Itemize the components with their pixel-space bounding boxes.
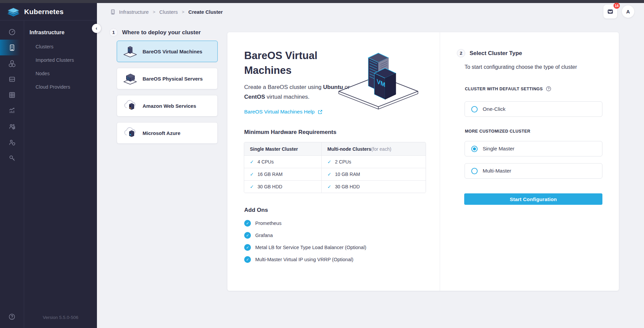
cluster-type-option-one-click[interactable]: One-Click <box>465 101 602 117</box>
sidebar-menu: Infrastructure Clusters Imported Cluster… <box>24 21 97 328</box>
check-icon: ✓ <box>250 159 254 165</box>
rail-monitoring[interactable] <box>0 103 24 119</box>
deploy-card-aws[interactable]: Amazon Web Services <box>117 95 218 116</box>
kubernetes-logo-icon <box>7 6 20 17</box>
rail-apps[interactable] <box>0 87 24 103</box>
chart-icon <box>8 107 16 115</box>
cubes-icon <box>8 59 16 67</box>
breadcrumb-separator: > <box>153 9 155 14</box>
breadcrumb-infrastructure[interactable]: Infrastructure <box>119 9 149 15</box>
brand[interactable]: Kubernetes <box>0 3 97 20</box>
step1-title: Where to deploy your cluster <box>122 29 201 36</box>
rail-keys[interactable] <box>0 150 24 166</box>
rail-dashboard[interactable] <box>0 24 24 40</box>
addon-checkbox[interactable]: ✓ <box>244 232 251 239</box>
addon-label: Metal LB for Service Type Load Balancer … <box>255 245 366 250</box>
radio-single-master[interactable] <box>471 146 478 152</box>
cluster-type-panel: 2 Select Cluster Type To start configura… <box>440 32 619 291</box>
step2-subtitle: To start configurating choose the type o… <box>465 63 577 71</box>
table-row: ✓16 GB RAM ✓10 GB RAM <box>244 168 426 180</box>
user-shield-icon <box>8 138 16 146</box>
sidebar-item-cloud-providers[interactable]: Cloud Providers <box>24 80 97 94</box>
brand-name: Kubernetes <box>24 8 64 16</box>
addon-checkbox[interactable]: ✓ <box>244 244 251 251</box>
rail-storage[interactable] <box>0 71 24 87</box>
menu-title: Infrastructure <box>24 30 97 36</box>
notifications-badge: 14 <box>613 3 620 9</box>
detail-title-line2: Machines <box>244 64 291 76</box>
step1-header: 1 Where to deploy your cluster <box>109 28 201 37</box>
table-header-single-master: Single Master Cluster <box>244 142 321 155</box>
buildings-icon <box>8 44 16 52</box>
addons-list: ✓ Prometheus ✓ Grafana ✓ Metal LB for Se… <box>244 220 366 263</box>
notifications-button[interactable]: 14 <box>603 5 617 18</box>
buildings-icon <box>110 9 116 15</box>
cluster-type-option-single-master[interactable]: Single Master <box>465 141 602 156</box>
deploy-card-azure[interactable]: Microsoft Azure <box>117 122 218 144</box>
external-link-icon <box>318 109 323 114</box>
provider-help-link-text: BareOS Virtual Machines Help <box>244 109 315 115</box>
radio-multi-master[interactable] <box>471 168 478 174</box>
step2-header: 2 Select Cluster Type <box>457 49 522 57</box>
check-icon: ✓ <box>327 159 331 165</box>
icon-rail <box>0 21 24 328</box>
addon-grafana: ✓ Grafana <box>244 232 366 239</box>
check-icon: ✓ <box>327 172 331 177</box>
sidebar-item-imported-clusters[interactable]: Imported Clusters <box>24 53 97 67</box>
addon-metal-lb: ✓ Metal LB for Service Type Load Balance… <box>244 244 366 251</box>
addon-label: Prometheus <box>255 221 281 226</box>
deploy-card-bareos-vm[interactable]: BareOS Virtual Machines <box>117 41 218 62</box>
key-icon <box>8 154 16 162</box>
breadcrumb: Infrastructure > Clusters > Create Clust… <box>110 7 223 17</box>
step2-number: 2 <box>457 49 465 57</box>
rail-user-groups[interactable] <box>0 119 24 134</box>
help-tooltip-icon[interactable] <box>546 86 551 92</box>
sidebar-item-clusters[interactable]: Clusters <box>24 40 97 53</box>
table-header-multi-node: Multi-node Clusters(for each) <box>321 142 426 155</box>
check-icon: ✓ <box>250 184 254 189</box>
addon-vrrp: ✓ Multi-Master Virtual IP using VRRP (Op… <box>244 256 366 263</box>
help-icon <box>8 313 16 321</box>
help-button[interactable] <box>0 313 24 321</box>
deploy-card-bareos-physical[interactable]: BareOS Physical Servers <box>117 68 218 89</box>
deploy-card-label: Amazon Web Services <box>143 103 196 109</box>
rail-workloads[interactable] <box>0 55 24 71</box>
sidebar-item-nodes[interactable]: Nodes <box>24 67 97 80</box>
grid-icon <box>8 91 16 99</box>
rail-user-access[interactable] <box>0 134 24 150</box>
table-row: ✓30 GB HDD ✓30 GB HDD <box>244 180 426 193</box>
step2-title: Select Cluster Type <box>470 50 522 57</box>
detail-description: Create a BareOS cluster using Ubuntu or … <box>244 83 362 102</box>
gauge-icon <box>8 28 16 36</box>
addons-title: Add Ons <box>244 207 268 214</box>
header-actions: 14 A <box>603 5 634 18</box>
table-header-note: (for each) <box>371 146 391 152</box>
radio-one-click[interactable] <box>471 106 478 112</box>
isometric-vm-server-icon <box>122 44 138 58</box>
main-card: BareOS Virtual Machines VM Create a Bare… <box>227 32 619 291</box>
option-label: Multi-Master <box>483 168 511 174</box>
isometric-physical-servers-icon <box>122 72 138 86</box>
start-configuration-button[interactable]: Start Configuration <box>464 193 602 205</box>
avatar[interactable]: A <box>622 5 634 18</box>
sidebar: Kubernetes <box>0 3 97 328</box>
breadcrumb-clusters[interactable]: Clusters <box>159 9 178 15</box>
cluster-type-option-multi-master[interactable]: Multi-Master <box>465 163 602 179</box>
sidebar-collapse-button[interactable]: ‹ <box>92 24 101 33</box>
addon-checkbox[interactable]: ✓ <box>244 256 251 263</box>
rail-infrastructure[interactable] <box>0 40 24 55</box>
addon-label: Multi-Master Virtual IP using VRRP (Opti… <box>255 257 354 262</box>
hardware-requirements-table: Single Master Cluster Multi-node Cluster… <box>244 142 426 193</box>
breadcrumb-create-cluster: Create Cluster <box>189 9 223 15</box>
step1-number: 1 <box>109 28 118 37</box>
breadcrumb-separator: > <box>182 9 184 14</box>
customized-group-label: MORE CUSTOMIZED CLUSTER <box>465 129 530 134</box>
check-icon: ✓ <box>250 172 254 177</box>
table-header-row: Single Master Cluster Multi-node Cluster… <box>244 142 426 155</box>
window-top-strip <box>0 0 644 3</box>
deploy-card-label: BareOS Physical Servers <box>143 76 203 82</box>
addon-checkbox[interactable]: ✓ <box>244 220 251 227</box>
addon-prometheus: ✓ Prometheus <box>244 220 366 227</box>
provider-help-link[interactable]: BareOS Virtual Machines Help <box>244 109 323 115</box>
table-row: ✓4 CPUs ✓2 CPUs <box>244 155 426 168</box>
